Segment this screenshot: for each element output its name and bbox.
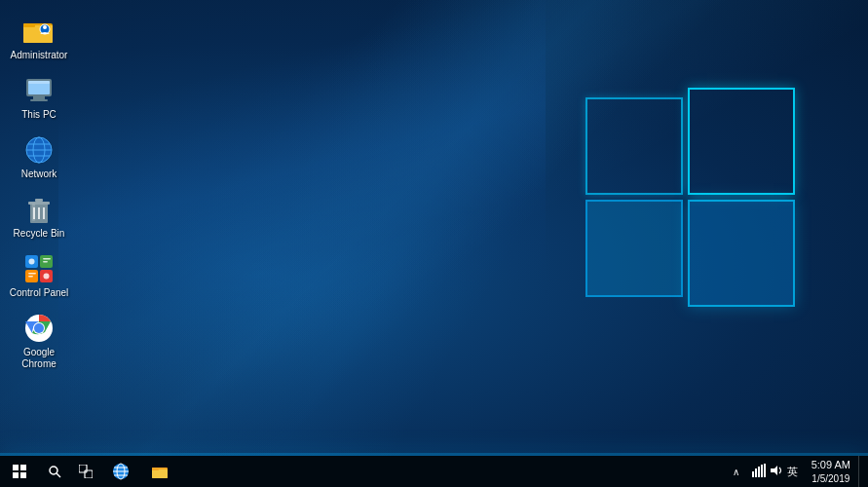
search-button[interactable] (39, 456, 70, 487)
svg-rect-39 (85, 470, 93, 478)
ime-indicator[interactable]: 英 (787, 465, 798, 479)
show-desktop-button[interactable] (858, 456, 864, 487)
google-chrome-icon (23, 313, 55, 344)
clock-date: 1/5/2019 (811, 472, 849, 485)
svg-rect-17 (35, 199, 43, 202)
notification-area: ∧ (726, 467, 746, 477)
taskbar-file-explorer-pin[interactable] (140, 456, 179, 487)
volume-icon[interactable] (770, 464, 783, 480)
svg-rect-35 (20, 472, 26, 478)
taskbar-right: ∧ 英 (726, 456, 868, 487)
win-logo-tl (585, 97, 683, 195)
administrator-label: Administrator (11, 50, 68, 61)
svg-point-36 (50, 467, 57, 474)
win-logo-tr (688, 88, 795, 195)
svg-point-23 (29, 259, 35, 265)
svg-marker-53 (771, 466, 777, 475)
svg-rect-52 (764, 464, 766, 477)
control-panel-label: Control Panel (10, 287, 69, 299)
desktop-icon-this-pc[interactable]: This PC (5, 69, 73, 127)
desktop-icon-recycle-bin[interactable]: Recycle Bin (5, 188, 73, 245)
clock-time: 5:09 AM (811, 458, 850, 471)
desktop-icon-administrator[interactable]: Administrator (5, 10, 73, 67)
start-button[interactable] (0, 456, 39, 487)
desktop-icons: Administrator This PC (5, 10, 63, 378)
desktop-icon-control-panel[interactable]: Control Panel (5, 247, 73, 305)
svg-rect-24 (43, 258, 51, 260)
svg-rect-8 (30, 99, 48, 101)
svg-rect-9 (28, 81, 50, 84)
svg-rect-26 (28, 273, 36, 275)
taskbar-ie-pin[interactable] (101, 456, 140, 487)
svg-line-37 (57, 473, 60, 477)
desktop-icon-network[interactable]: Network (5, 129, 73, 186)
svg-rect-51 (761, 465, 763, 477)
network-icon (23, 134, 55, 166)
show-hidden-icons[interactable]: ∧ (730, 467, 742, 477)
task-view-button[interactable] (70, 456, 101, 487)
background-light (58, 0, 546, 456)
svg-rect-25 (43, 261, 48, 263)
this-pc-icon (23, 75, 55, 106)
svg-rect-18 (32, 204, 35, 221)
control-panel-icon (23, 253, 55, 284)
recycle-bin-icon (23, 194, 55, 225)
win-logo-bl (585, 200, 683, 297)
svg-rect-7 (33, 96, 45, 99)
recycle-bin-label: Recycle Bin (14, 228, 65, 240)
svg-rect-2 (23, 23, 35, 27)
svg-rect-46 (152, 469, 168, 478)
network-status-icon[interactable] (752, 464, 766, 480)
svg-rect-38 (79, 465, 87, 472)
this-pc-label: This PC (21, 109, 57, 121)
svg-rect-16 (28, 202, 50, 205)
taskbar: ∧ 英 (0, 456, 868, 487)
win-logo-br (688, 200, 795, 307)
svg-rect-32 (13, 465, 19, 470)
svg-point-4 (43, 25, 47, 29)
svg-rect-27 (28, 276, 33, 278)
svg-point-31 (34, 323, 44, 333)
system-clock[interactable]: 5:09 AM 1/5/2019 (804, 456, 858, 487)
svg-rect-34 (13, 472, 19, 478)
svg-rect-49 (755, 468, 757, 477)
google-chrome-label: Google Chrome (9, 347, 69, 370)
windows-logo (576, 78, 790, 292)
svg-point-28 (44, 274, 50, 280)
desktop-icon-google-chrome[interactable]: Google Chrome (5, 307, 73, 376)
network-label: Network (21, 169, 57, 180)
svg-rect-33 (20, 465, 26, 470)
svg-rect-50 (758, 467, 760, 477)
svg-rect-47 (152, 468, 159, 470)
desktop: Administrator This PC (0, 0, 868, 456)
administrator-icon (23, 16, 55, 47)
svg-rect-48 (752, 471, 754, 477)
system-tray-icons: 英 (746, 464, 804, 480)
